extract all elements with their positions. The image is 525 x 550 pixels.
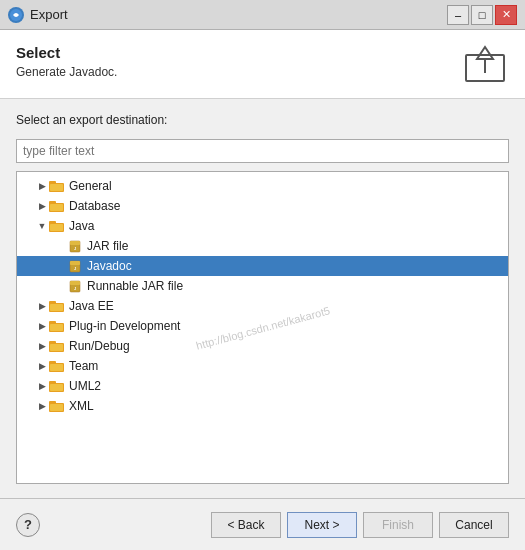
label-uml2: UML2 [69, 379, 101, 393]
export-icon [461, 44, 509, 84]
svg-rect-27 [50, 324, 63, 331]
restore-button[interactable]: □ [471, 5, 493, 25]
folder-icon-java [49, 219, 65, 233]
svg-rect-36 [50, 384, 63, 391]
footer: ? < Back Next > Finish Cancel [0, 498, 525, 550]
tree-item-runnable[interactable]: J Runnable JAR file [17, 276, 508, 296]
label-general: General [69, 179, 112, 193]
svg-text:J: J [74, 266, 76, 271]
tree-item-database[interactable]: Database [17, 196, 508, 216]
folder-icon-team [49, 359, 65, 373]
window-title: Export [30, 7, 68, 22]
next-button[interactable]: Next > [287, 512, 357, 538]
label-javaee: Java EE [69, 299, 114, 313]
title-bar: Export – □ ✕ [0, 0, 525, 30]
label-xml: XML [69, 399, 94, 413]
folder-icon-javaee [49, 299, 65, 313]
javadoc-icon: J [67, 259, 83, 273]
page-title: Select [16, 44, 117, 61]
folder-icon-general [49, 179, 65, 193]
header-text: Select Generate Javadoc. [16, 44, 117, 79]
label-jarfile: JAR file [87, 239, 128, 253]
folder-icon-uml2 [49, 379, 65, 393]
title-bar-controls: – □ ✕ [447, 5, 517, 25]
folder-icon-plugin [49, 319, 65, 333]
label-rundebug: Run/Debug [69, 339, 130, 353]
tree-container[interactable]: http://blog.csdn.net/kakarot5 General [16, 171, 509, 484]
destination-label: Select an export destination: [16, 113, 509, 127]
tree-item-plugin[interactable]: Plug-in Development [17, 316, 508, 336]
toggle-database[interactable] [35, 199, 49, 213]
svg-text:J: J [74, 246, 76, 251]
close-button[interactable]: ✕ [495, 5, 517, 25]
app-icon [8, 7, 24, 23]
tree-item-javadoc[interactable]: J Javadoc [17, 256, 508, 276]
header-section: Select Generate Javadoc. [0, 30, 525, 99]
folder-icon-xml [49, 399, 65, 413]
toggle-team[interactable] [35, 359, 49, 373]
filter-input[interactable] [16, 139, 509, 163]
toggle-rundebug[interactable] [35, 339, 49, 353]
toggle-general[interactable] [35, 179, 49, 193]
page-subtitle: Generate Javadoc. [16, 65, 117, 79]
label-javadoc: Javadoc [87, 259, 132, 273]
footer-left: ? [16, 513, 40, 537]
footer-right: < Back Next > Finish Cancel [211, 512, 509, 538]
tree-item-java[interactable]: Java [17, 216, 508, 236]
svg-rect-24 [50, 304, 63, 311]
label-team: Team [69, 359, 98, 373]
back-button[interactable]: < Back [211, 512, 281, 538]
toggle-plugin[interactable] [35, 319, 49, 333]
svg-rect-14 [70, 241, 80, 245]
svg-rect-17 [70, 261, 80, 265]
tree-item-xml[interactable]: XML [17, 396, 508, 416]
content-area: Select an export destination: http://blo… [0, 99, 525, 498]
svg-rect-9 [50, 204, 63, 211]
svg-rect-30 [50, 344, 63, 351]
title-bar-left: Export [8, 7, 68, 23]
finish-button[interactable]: Finish [363, 512, 433, 538]
folder-icon-database [49, 199, 65, 213]
tree-item-rundebug[interactable]: Run/Debug [17, 336, 508, 356]
dialog-body: Select Generate Javadoc. Select an expor… [0, 30, 525, 550]
help-button[interactable]: ? [16, 513, 40, 537]
svg-rect-33 [50, 364, 63, 371]
label-runnable: Runnable JAR file [87, 279, 183, 293]
folder-icon-rundebug [49, 339, 65, 353]
tree-item-general[interactable]: General [17, 176, 508, 196]
toggle-java[interactable] [35, 219, 49, 233]
cancel-button[interactable]: Cancel [439, 512, 509, 538]
toggle-javaee[interactable] [35, 299, 49, 313]
tree-item-jarfile[interactable]: J JAR file [17, 236, 508, 256]
toggle-xml[interactable] [35, 399, 49, 413]
minimize-button[interactable]: – [447, 5, 469, 25]
label-database: Database [69, 199, 120, 213]
svg-rect-6 [50, 184, 63, 191]
runnable-jar-icon: J [67, 279, 83, 293]
svg-rect-20 [70, 281, 80, 285]
tree-item-javaee[interactable]: Java EE [17, 296, 508, 316]
label-plugin: Plug-in Development [69, 319, 180, 333]
label-java: Java [69, 219, 94, 233]
svg-text:J: J [74, 286, 76, 291]
jar-icon: J [67, 239, 83, 253]
svg-rect-39 [50, 404, 63, 411]
svg-marker-2 [477, 47, 493, 59]
toggle-uml2[interactable] [35, 379, 49, 393]
svg-rect-12 [50, 224, 63, 231]
tree-item-uml2[interactable]: UML2 [17, 376, 508, 396]
tree-item-team[interactable]: Team [17, 356, 508, 376]
